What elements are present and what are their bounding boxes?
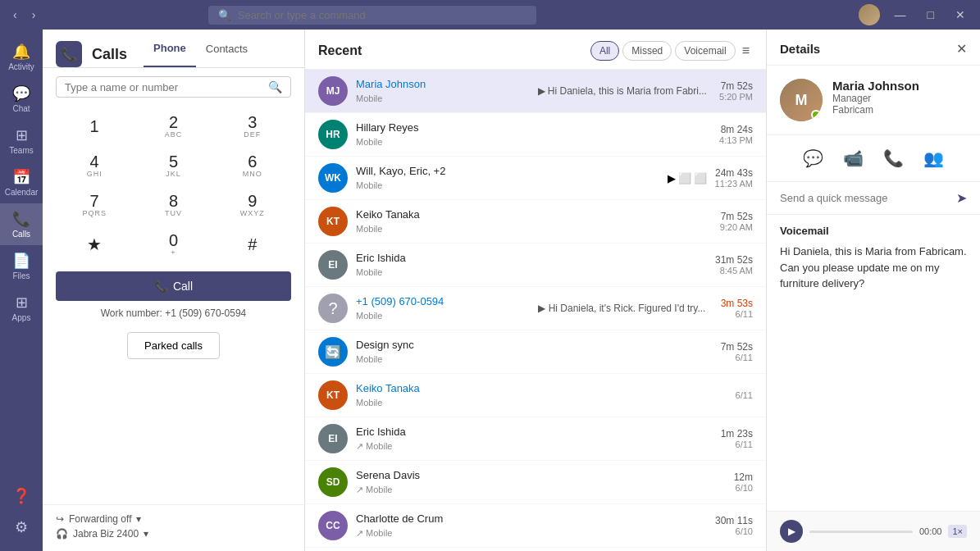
sidebar-item-help[interactable]: ❓ (12, 480, 30, 512)
call-item[interactable]: EI Eric Ishida ↗ Mobile 1m 23s 6/11 (305, 417, 766, 461)
dialpad-key-4[interactable]: 4GHI (56, 147, 133, 184)
call-item[interactable]: HR Hillary Reyes Mobile 8m 24s 4:13 PM (305, 113, 766, 157)
forwarding-row[interactable]: ↪ Forwarding off ▾ (56, 513, 291, 525)
call-duration: 31m 52s (715, 254, 753, 266)
send-button[interactable]: ➤ (956, 190, 967, 206)
filter-more-button[interactable]: ≡ (739, 43, 753, 58)
parked-calls-button[interactable]: Parked calls (127, 332, 220, 359)
dialpad-key-★[interactable]: ★ (56, 225, 133, 263)
audio-progress[interactable] (809, 531, 913, 533)
dialpad-key-0[interactable]: 0+ (134, 225, 212, 263)
call-item[interactable]: MJ Maria Johnson Mobile ▶ Hi Daniela, th… (305, 70, 766, 113)
dialpad-key-2[interactable]: 2ABC (134, 107, 212, 145)
call-item[interactable]: KT Keiko Tanaka Mobile 6/11 (305, 374, 766, 417)
call-avatar: KT (318, 207, 348, 236)
filter-missed[interactable]: Missed (622, 41, 672, 61)
search-input[interactable] (238, 9, 526, 21)
sidebar-item-teams[interactable]: ⊞ Teams (0, 120, 43, 162)
apps-icon: ⊞ (16, 294, 28, 312)
contact-info: Maria Johnson Manager Fabricam (832, 79, 919, 116)
sidebar-item-chat[interactable]: 💬 Chat (0, 78, 43, 120)
details-title: Details (780, 42, 956, 56)
video-action-button[interactable]: 📹 (840, 145, 867, 171)
more-action-button[interactable]: 👥 (920, 145, 947, 171)
dialpad-area: 🔍 12ABC3DEF4GHI5JKL6MNO7PQRS8TUV9WXYZ★0+… (43, 68, 304, 367)
calendar-icon: 📅 (12, 168, 30, 186)
call-info: Keiko Tanaka Mobile (356, 208, 712, 235)
sidebar-item-calendar[interactable]: 📅 Calendar (0, 162, 43, 203)
close-button[interactable]: ✕ (949, 8, 972, 21)
dialpad-key-5[interactable]: 5JKL (134, 147, 212, 184)
titlebar-nav: ‹ › (8, 7, 40, 23)
play-button[interactable]: ▶ (780, 520, 803, 543)
right-panel: Details ✕ M Maria Johnson Manager Fabric… (767, 30, 980, 551)
call-duration: 3m 53s (721, 298, 753, 309)
minimize-button[interactable]: — (888, 8, 913, 21)
call-time: 6/10 (736, 483, 753, 493)
audio-time: 00:00 (919, 526, 942, 536)
call-avatar: SD (318, 467, 348, 497)
call-item[interactable]: WK Will, Kayo, Eric, +2 Mobile ▶⬜⬜ 24m 4… (305, 157, 766, 200)
maximize-button[interactable]: □ (921, 8, 941, 21)
call-item[interactable]: CC Charlotte de Crum ↗ Mobile 30m 11s 6/… (305, 504, 766, 548)
chevron-down-icon: ▾ (144, 528, 148, 540)
dialpad-search-input[interactable] (65, 81, 268, 93)
call-avatar: WK (318, 163, 348, 193)
sidebar-item-label: Calls (12, 230, 30, 239)
call-meta: 7m 52s 6/11 (721, 341, 753, 362)
call-avatar: CC (318, 511, 348, 540)
search-icon: 🔍 (268, 80, 282, 93)
dialpad-key-8[interactable]: 8TUV (134, 186, 212, 224)
call-action-button[interactable]: 📞 (880, 145, 907, 171)
call-duration: 12m (734, 471, 753, 483)
sidebar-item-calls[interactable]: 📞 Calls (0, 203, 43, 245)
tab-phone[interactable]: Phone (144, 42, 196, 67)
filter-voicemail[interactable]: Voicemail (675, 41, 735, 61)
sidebar-item-activity[interactable]: 🔔 Activity (0, 36, 43, 78)
phone-icon: 📞 (154, 280, 168, 293)
sidebar-item-settings[interactable]: ⚙ (12, 512, 30, 543)
nav-back-button[interactable]: ‹ (8, 7, 22, 23)
tab-contacts[interactable]: Contacts (196, 43, 258, 66)
call-duration: 7m 52s (721, 341, 753, 353)
contact-name: Maria Johnson (832, 79, 919, 93)
call-avatar: MJ (318, 76, 348, 106)
settings-icon: ⚙ (15, 518, 28, 536)
nav-forward-button[interactable]: › (27, 7, 41, 23)
call-time: 8:45 AM (720, 266, 753, 276)
call-item[interactable]: SD Serena Davis ↗ Mobile 12m 6/10 (305, 461, 766, 504)
call-item[interactable]: 🔄 Design sync Mobile 7m 52s 6/11 (305, 330, 766, 374)
call-name: Charlotte de Crum (356, 512, 707, 525)
contact-role: Manager (832, 93, 919, 104)
dialpad-key-3[interactable]: 3DEF (214, 107, 291, 145)
call-name: +1 (509) 670-0594 (356, 295, 530, 307)
message-action-button[interactable]: 💬 (800, 145, 827, 171)
call-name: Eric Ishida (356, 426, 713, 438)
call-item[interactable]: KT Keiko Tanaka Mobile 7m 52s 9:20 AM (305, 200, 766, 244)
dialpad-key-7[interactable]: 7PQRS (56, 186, 133, 224)
sidebar-bottom-info: ↪ Forwarding off ▾ 🎧 Jabra Biz 2400 ▾ (43, 504, 304, 551)
call-name: Keiko Tanaka (356, 208, 712, 221)
dialpad-key-1[interactable]: 1 (56, 107, 133, 145)
call-item[interactable]: ? +1 (509) 670-0594 Mobile ▶ Hi Daniela,… (305, 287, 766, 330)
jabra-row[interactable]: 🎧 Jabra Biz 2400 ▾ (56, 528, 291, 540)
call-time: 6/11 (736, 309, 753, 319)
quick-message-input[interactable] (780, 192, 950, 204)
call-meta: 7m 52s 5:20 PM (719, 80, 753, 102)
teams-icon: ⊞ (16, 126, 28, 144)
call-duration: 7m 52s (721, 211, 753, 222)
call-meta: 24m 43s 11:23 AM (715, 167, 753, 189)
call-button[interactable]: 📞 Call (56, 271, 291, 301)
call-item[interactable]: KB Kadji Bell ↗ Mobile 7m 52s 6/10 (305, 548, 766, 551)
sidebar-item-apps[interactable]: ⊞ Apps (0, 287, 43, 329)
sidebar-item-files[interactable]: 📄 Files (0, 245, 43, 287)
dialpad-key-#[interactable]: # (214, 225, 291, 263)
details-close-button[interactable]: ✕ (956, 41, 967, 57)
audio-speed-button[interactable]: 1× (948, 525, 967, 538)
call-item[interactable]: EI Eric Ishida Mobile 31m 52s 8:45 AM (305, 244, 766, 287)
dialpad-key-6[interactable]: 6MNO (214, 147, 291, 184)
call-avatar: KT (318, 380, 348, 410)
main-layout: 🔔 Activity 💬 Chat ⊞ Teams 📅 Calendar 📞 C… (0, 30, 980, 551)
filter-all[interactable]: All (590, 41, 619, 61)
dialpad-key-9[interactable]: 9WXYZ (214, 186, 291, 224)
